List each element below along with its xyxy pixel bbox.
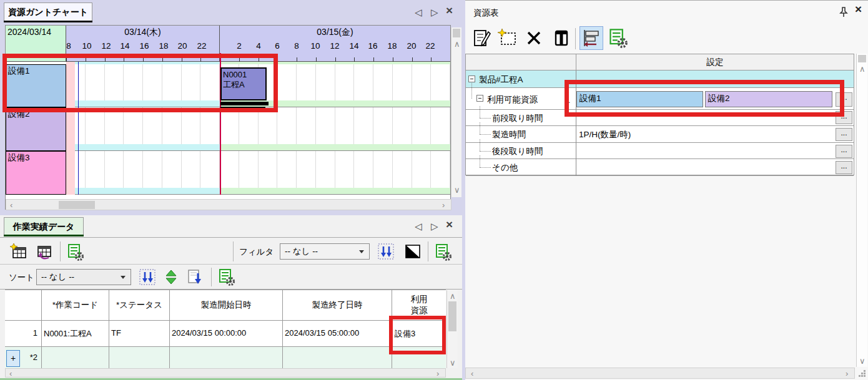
sort-dropdown[interactable]: -- なし --: [36, 269, 131, 285]
scroll-left-icon[interactable]: ‹: [9, 369, 12, 378]
column-chooser-icon[interactable]: [551, 28, 571, 48]
worklog-vscrollbar[interactable]: ∧ ∨: [446, 290, 458, 368]
scroll-left-icon[interactable]: ‹: [10, 201, 12, 209]
tab-work-results[interactable]: 作業実績データ: [4, 217, 84, 236]
prev-pane-button[interactable]: ◁: [415, 222, 422, 231]
close-pane-button[interactable]: ×: [446, 6, 453, 16]
scroll-down-icon[interactable]: ∨: [859, 357, 866, 365]
row1-num[interactable]: 1: [5, 321, 41, 347]
more-button[interactable]: ...: [836, 145, 852, 158]
list-settings-icon[interactable]: [434, 243, 453, 261]
row1-status[interactable]: TF: [109, 321, 169, 347]
row1-end[interactable]: 2024/03/15 05:00:00: [282, 321, 392, 347]
tree-guide-line: [471, 83, 472, 99]
tree-row-other[interactable]: その他 ...: [466, 159, 854, 176]
next-pane-button[interactable]: ▷: [431, 222, 438, 231]
vscroll-thumb[interactable]: [858, 55, 866, 62]
tab-resource-gantt[interactable]: 資源ガントチャート: [4, 2, 92, 22]
gantt-vscrollbar[interactable]: ∧ ∨: [451, 27, 461, 197]
resource-table-panel: 資源表 ×: [465, 0, 868, 380]
hour-tick-label: 16: [368, 41, 377, 51]
scroll-right-icon[interactable]: ›: [442, 201, 445, 209]
list-settings-icon[interactable]: [66, 243, 85, 261]
worklog-hscrollbar[interactable]: ‹ ›: [5, 368, 446, 378]
resource-row-label[interactable]: 設備2: [6, 107, 66, 151]
scroll-up-icon[interactable]: ∧: [450, 292, 456, 300]
row1-workcode[interactable]: N0001:工程A: [41, 321, 109, 347]
more-button[interactable]: ...: [836, 128, 852, 141]
align-tree-icon: [580, 27, 603, 49]
sort-label: ソート: [9, 272, 34, 283]
col-header-end[interactable]: 製造終了日時: [282, 290, 392, 321]
col-header-start[interactable]: 製造開始日時: [169, 290, 282, 321]
filter-dropdown[interactable]: -- なし --: [280, 243, 370, 260]
hour-tick-label: 8: [294, 41, 299, 51]
more-button[interactable]: ...: [836, 161, 852, 174]
contrast-filter-icon[interactable]: [404, 243, 422, 260]
toolbar-separator: [428, 241, 428, 261]
tree-row-presetup-label: 前段取り時間: [492, 113, 543, 124]
row1-start[interactable]: 2024/03/15 00:00:00: [169, 321, 282, 347]
scroll-up-icon[interactable]: ∧: [454, 40, 460, 48]
grid-header-setting[interactable]: 設定: [576, 54, 854, 71]
align-tree-button[interactable]: [579, 26, 603, 50]
col-header-label: 製造終了日時: [312, 300, 363, 311]
day-label: 03/14(木): [124, 27, 160, 38]
resize-grip-icon[interactable]: [859, 370, 866, 378]
col-header-rownum[interactable]: [5, 290, 41, 321]
app-root: 資源ガントチャート ◁ ▷ × 2024/03/14 03/14(木) 03/1…: [0, 0, 868, 380]
row2-end[interactable]: [282, 347, 392, 369]
toolbar-separator: [60, 241, 61, 261]
tab-underline: [4, 21, 92, 22]
close-panel-button[interactable]: ×: [855, 4, 862, 14]
add-row-button[interactable]: +: [6, 350, 20, 367]
tree-row-postsetup[interactable]: 後段取り時間 ...: [466, 143, 854, 159]
row2-status[interactable]: [109, 347, 169, 369]
tree-collapse-icon[interactable]: [476, 95, 483, 102]
next-pane-button[interactable]: ▷: [431, 7, 438, 17]
scroll-up-icon[interactable]: ∧: [859, 65, 866, 73]
hour-tick-label: 4: [256, 41, 261, 51]
new-table-icon[interactable]: [10, 243, 27, 260]
resource-row-label[interactable]: 設備3: [6, 151, 66, 195]
restable-vscrollbar[interactable]: ∧ ∨: [856, 54, 867, 367]
mfgtime-value[interactable]: 1P/H(数量/時): [579, 129, 631, 140]
tree-guide-line: [480, 167, 491, 168]
delete-icon[interactable]: [525, 29, 543, 47]
pin-icon[interactable]: [839, 6, 849, 17]
col-header-status[interactable]: *ステータス: [109, 290, 169, 321]
hour-tick-label: 20: [177, 41, 187, 51]
tree-row-mfgtime[interactable]: 製造時間 1P/H(数量/時) ...: [466, 126, 854, 143]
hscroll-thumb[interactable]: [59, 201, 95, 209]
row2-workcode[interactable]: [41, 347, 109, 369]
scroll-right-icon[interactable]: ›: [846, 369, 848, 378]
sort-direction-icon[interactable]: [162, 268, 180, 286]
hour-tick-label: 18: [159, 41, 168, 51]
scroll-left-icon[interactable]: ‹: [471, 369, 473, 378]
import-table-icon[interactable]: [35, 243, 52, 260]
hour-tick-label: 8: [66, 41, 71, 51]
apply-down-icon[interactable]: [139, 268, 156, 286]
edit-properties-icon[interactable]: [471, 28, 491, 48]
gantt-hscrollbar[interactable]: ‹ ›: [6, 199, 451, 210]
apply-down-icon[interactable]: [377, 243, 395, 260]
hour-tick-label: 16: [139, 41, 149, 51]
row2-start[interactable]: [169, 347, 282, 369]
scroll-right-icon[interactable]: ›: [436, 369, 439, 378]
prev-pane-button[interactable]: ◁: [415, 7, 422, 17]
close-pane-button[interactable]: ×: [446, 220, 453, 230]
vscroll-thumb[interactable]: [448, 301, 456, 331]
new-object-icon[interactable]: [498, 28, 518, 48]
vscroll-thumb[interactable]: [453, 29, 460, 37]
list-settings-icon[interactable]: [217, 268, 236, 286]
restable-hscrollbar[interactable]: ‹ ›: [465, 368, 855, 379]
tree-guide-line: [480, 106, 480, 118]
list-settings-icon[interactable]: [608, 27, 629, 49]
tree-guide-line: [480, 134, 491, 135]
tree-collapse-icon[interactable]: [468, 76, 475, 82]
scroll-down-icon[interactable]: ∨: [450, 359, 456, 367]
col-header-workcode[interactable]: *作業コード: [41, 290, 109, 321]
sort-apply-icon[interactable]: [186, 268, 204, 286]
hour-tick-label: 18: [387, 41, 397, 51]
scroll-down-icon[interactable]: ∨: [454, 186, 460, 194]
